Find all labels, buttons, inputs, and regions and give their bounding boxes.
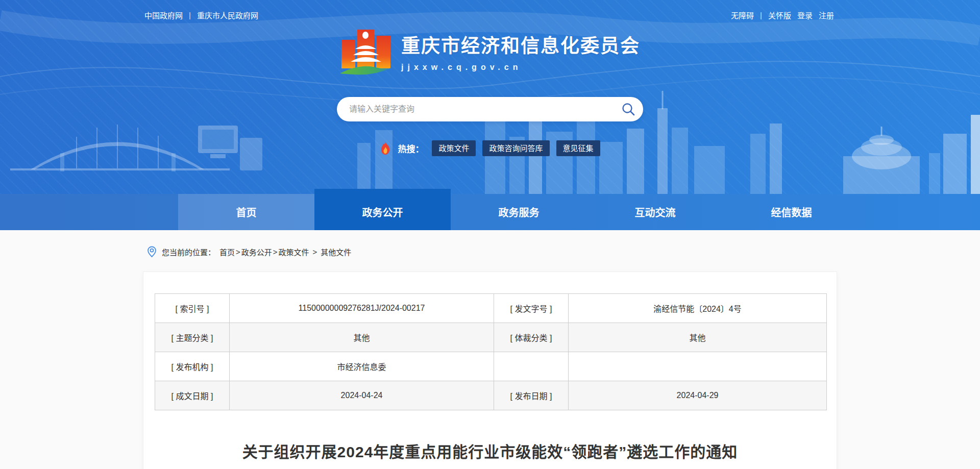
site-brand: 重庆市经济和信息化委员会 jjxxw.cq.gov.cn — [0, 27, 980, 76]
link-accessibility[interactable]: 无障碍 — [731, 10, 754, 20]
meta-label-index-number: [ 索引号 ] — [155, 294, 230, 323]
meta-value-genre-category: 其他 — [569, 323, 827, 352]
breadcrumb-other-files[interactable]: 其他文件 — [321, 246, 351, 257]
meta-row-category: [ 主题分类 ] 其他 [ 体裁分类 ] 其他 — [155, 323, 827, 352]
meta-value-index-number: 11500000009276281J/2024-00217 — [230, 294, 494, 323]
breadcrumb-gov-disclosure[interactable]: 政务公开 — [241, 246, 272, 257]
site-logo-icon — [340, 27, 392, 76]
brand-text: 重庆市经济和信息化委员会 jjxxw.cq.gov.cn — [401, 31, 640, 72]
link-care-version[interactable]: 关怀版 — [768, 10, 791, 20]
hot-search-row: 热搜： 政策文件 政策咨询问答库 意见征集 — [0, 140, 980, 156]
topbar-right: 无障碍 | 关怀版 登录 注册 — [731, 10, 834, 20]
meta-label-genre-category: [ 体裁分类 ] — [494, 323, 569, 352]
link-cq-gov[interactable]: 重庆市人民政府网 — [197, 10, 258, 20]
meta-label-subject-category: [ 主题分类 ] — [155, 323, 230, 352]
nav-item-econ-data[interactable]: 经信数据 — [723, 194, 860, 230]
topbar-divider: | — [189, 11, 191, 19]
breadcrumb-prefix: 您当前的位置： — [162, 246, 215, 257]
nav-item-gov-disclosure[interactable]: 政务公开 — [314, 189, 451, 230]
meta-row-dates: [ 成文日期 ] 2024-04-24 [ 发布日期 ] 2024-04-29 — [155, 381, 827, 410]
meta-value-empty — [569, 352, 827, 381]
breadcrumb-separator: > — [313, 248, 317, 256]
link-register[interactable]: 注册 — [819, 10, 834, 20]
meta-label-written-date: [ 成文日期 ] — [155, 381, 230, 410]
location-pin-icon — [147, 246, 157, 258]
search-button[interactable] — [618, 98, 639, 120]
topbar: 中国政府网 | 重庆市人民政府网 无障碍 | 关怀版 登录 注册 — [0, 0, 980, 20]
topbar-left: 中国政府网 | 重庆市人民政府网 — [144, 10, 258, 20]
nav-item-home[interactable]: 首页 — [178, 194, 314, 230]
search-box — [337, 97, 643, 121]
meta-row-issuer: [ 发布机构 ] 市经济信息委 — [155, 352, 827, 381]
meta-label-doc-number: [ 发文字号 ] — [494, 294, 569, 323]
doc-meta-table: [ 索引号 ] 11500000009276281J/2024-00217 [ … — [155, 293, 827, 410]
meta-label-issuing-agency: [ 发布机构 ] — [155, 352, 230, 381]
nav-item-interaction[interactable]: 互动交流 — [587, 194, 723, 230]
search-input[interactable] — [349, 105, 618, 114]
breadcrumb: 您当前的位置： 首页 > 政务公开 > 政策文件 > 其他文件 — [0, 230, 980, 258]
search-icon — [621, 102, 635, 116]
nav-item-gov-services[interactable]: 政务服务 — [451, 194, 587, 230]
meta-value-publish-date: 2024-04-29 — [569, 381, 827, 410]
main-nav: 首页 政务公开 政务服务 互动交流 经信数据 — [0, 194, 980, 230]
meta-value-subject-category: 其他 — [230, 323, 494, 352]
link-login[interactable]: 登录 — [797, 10, 813, 20]
topbar-divider: | — [760, 11, 762, 19]
breadcrumb-home[interactable]: 首页 — [219, 246, 235, 257]
hot-link-policy-files[interactable]: 政策文件 — [432, 140, 476, 156]
content-card: [ 索引号 ] 11500000009276281J/2024-00217 [ … — [143, 271, 837, 469]
breadcrumb-separator: > — [273, 248, 278, 256]
site-banner: 中国政府网 | 重庆市人民政府网 无障碍 | 关怀版 登录 注册 — [0, 0, 980, 194]
meta-value-doc-number: 渝经信节能〔2024〕4号 — [569, 294, 827, 323]
hot-link-policy-qa[interactable]: 政策咨询问答库 — [482, 140, 549, 156]
document-title: 关于组织开展2024年度重点用能行业市级能效“领跑者”遴选工作的通知 — [155, 439, 825, 462]
meta-label-empty — [494, 352, 569, 381]
hot-search-label: 热搜： — [398, 142, 424, 155]
breadcrumb-separator: > — [236, 248, 240, 256]
meta-row-index-number: [ 索引号 ] 11500000009276281J/2024-00217 [ … — [155, 294, 827, 323]
site-title: 重庆市经济和信息化委员会 — [401, 31, 640, 58]
site-domain: jjxxw.cq.gov.cn — [401, 63, 640, 72]
meta-label-publish-date: [ 发布日期 ] — [494, 381, 569, 410]
meta-value-issuing-agency: 市经济信息委 — [230, 352, 494, 381]
link-china-gov[interactable]: 中国政府网 — [144, 10, 183, 20]
meta-value-written-date: 2024-04-24 — [230, 381, 494, 410]
breadcrumb-policy-files[interactable]: 政策文件 — [279, 246, 309, 257]
flame-icon — [380, 142, 391, 155]
hot-link-opinion-collect[interactable]: 意见征集 — [556, 140, 600, 156]
